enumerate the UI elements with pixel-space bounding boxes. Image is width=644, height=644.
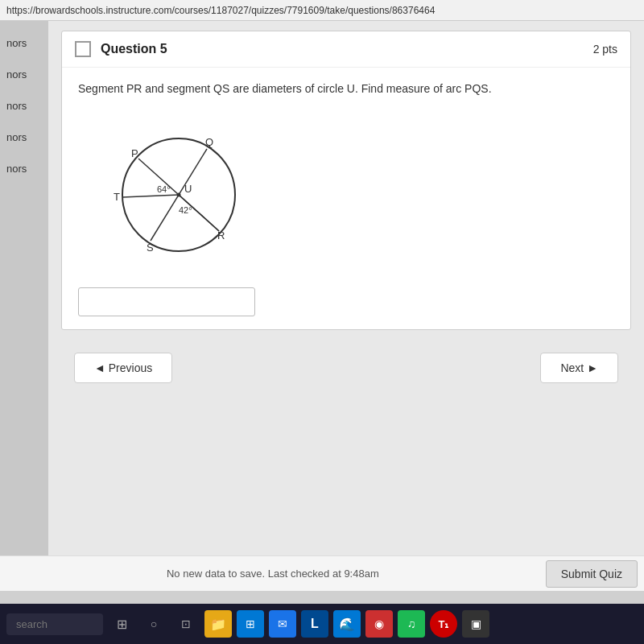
question-card: Question 5 2 pts Segment PR and segment … (61, 31, 631, 330)
taskbar-l-icon[interactable]: L (301, 610, 328, 638)
next-label: Next ► (560, 361, 598, 374)
circle-diagram: P Q T U S R 64° (94, 110, 255, 271)
submit-quiz-button[interactable]: Submit Quiz (546, 560, 638, 588)
angle-42: 42° (179, 205, 192, 215)
question-points: 2 pts (593, 43, 617, 56)
sidebar-item-1[interactable]: nors (0, 27, 48, 59)
submit-label: Submit Quiz (561, 568, 622, 580)
sidebar: nors nors nors nors nors (0, 21, 48, 555)
url-bar: https://browardschools.instructure.com/c… (0, 0, 644, 21)
taskbar-search-input[interactable] (6, 613, 103, 635)
previous-button[interactable]: ◄ Previous (74, 353, 172, 383)
taskbar-search-icon[interactable]: ○ (140, 610, 167, 638)
previous-label: ◄ Previous (94, 361, 152, 374)
label-P: P (131, 147, 138, 159)
question-checkbox[interactable] (75, 41, 91, 57)
url-text: https://browardschools.instructure.com/c… (6, 5, 435, 16)
next-button[interactable]: Next ► (540, 353, 618, 383)
status-bar: No new data to save. Last checked at 9:4… (0, 555, 644, 591)
question-body: Segment PR and segment QS are diameters … (62, 68, 630, 329)
taskbar-multitask-icon[interactable]: ⊡ (172, 610, 200, 638)
taskbar-folder-icon[interactable]: 📁 (204, 610, 232, 638)
sidebar-item-4[interactable]: nors (0, 122, 48, 153)
question-text: Segment PR and segment QS are diameters … (78, 80, 614, 97)
navigation-bar: ◄ Previous Next ► (61, 343, 631, 393)
sidebar-item-2[interactable]: nors (0, 59, 48, 90)
taskbar-mail-icon[interactable]: ✉ (269, 610, 296, 638)
question-header: Question 5 2 pts (62, 31, 630, 68)
sidebar-item-5[interactable]: nors (0, 153, 48, 184)
svg-line-3 (122, 195, 179, 197)
label-S: S (147, 242, 154, 254)
taskbar-windows-icon[interactable]: ⊞ (108, 610, 135, 638)
taskbar-windows-start-icon[interactable]: ⊞ (237, 610, 264, 638)
content-area: Question 5 2 pts Segment PR and segment … (48, 21, 644, 555)
taskbar-chrome-icon[interactable]: ◉ (365, 610, 393, 638)
question-title: Question 5 (101, 42, 593, 56)
angle-64: 64° (157, 184, 171, 194)
svg-point-5 (177, 193, 181, 197)
label-T: T (114, 191, 120, 203)
status-text: No new data to save. Last checked at 9:4… (0, 568, 546, 580)
taskbar-app-icon[interactable]: ▣ (462, 610, 489, 638)
label-R: R (217, 229, 225, 242)
diagram-container: P Q T U S R 64° (94, 110, 614, 271)
sidebar-item-3[interactable]: nors (0, 90, 48, 122)
taskbar-spotify-icon[interactable]: ♫ (398, 610, 425, 638)
label-Q: Q (205, 136, 213, 148)
taskbar-edge-icon[interactable]: 🌊 (333, 610, 361, 638)
taskbar: ⊞ ○ ⊡ 📁 ⊞ ✉ L 🌊 ◉ ♫ T₁ ▣ (0, 604, 644, 644)
label-U: U (184, 183, 192, 195)
taskbar-teams-icon[interactable]: T₁ (430, 610, 457, 638)
answer-input[interactable] (78, 287, 255, 316)
